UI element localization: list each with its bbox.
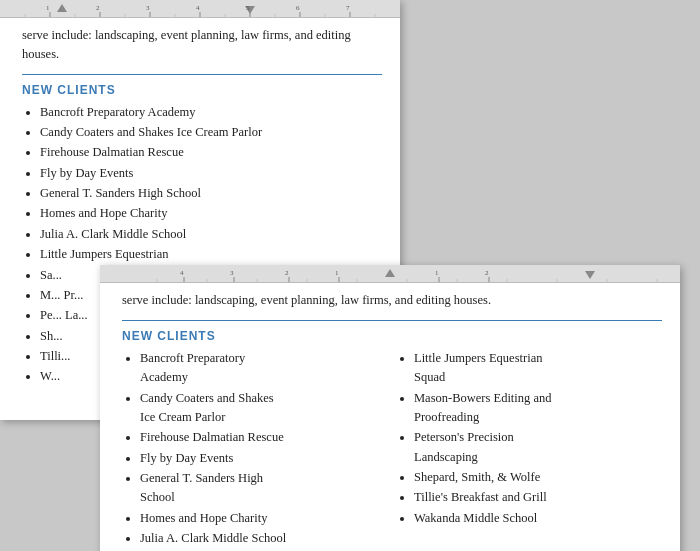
- front-content: serve include: landscaping, event planni…: [100, 283, 680, 551]
- intro-text: serve include: landscaping, event planni…: [22, 26, 382, 64]
- svg-text:4: 4: [180, 269, 184, 277]
- svg-text:3: 3: [146, 4, 150, 12]
- list-item: Julia A. Clark Middle School: [40, 225, 382, 244]
- list-item: General T. Sanders High School: [40, 184, 382, 203]
- front-section-title: NEW CLIENTS: [122, 329, 662, 343]
- list-item: Fly by Day Events: [40, 164, 382, 183]
- svg-text:4: 4: [196, 4, 200, 12]
- two-column-layout: Bancroft PreparatoryAcademy Candy Coater…: [122, 349, 662, 550]
- list-item: Firehouse Dalmatian Rescue: [40, 143, 382, 162]
- front-section-divider: [122, 320, 662, 321]
- list-item: Bancroft PreparatoryAcademy: [140, 349, 380, 388]
- svg-text:5: 5: [246, 4, 250, 12]
- svg-text:1: 1: [435, 269, 439, 277]
- front-intro-text: serve include: landscaping, event planni…: [122, 291, 662, 310]
- list-item: Firehouse Dalmatian Rescue: [140, 428, 380, 447]
- list-item: Little Jumpers Equestrian: [40, 245, 382, 264]
- svg-text:1: 1: [335, 269, 339, 277]
- svg-text:2: 2: [485, 269, 489, 277]
- svg-text:6: 6: [296, 4, 300, 12]
- clients-list-col1: Bancroft PreparatoryAcademy Candy Coater…: [122, 349, 380, 549]
- list-item: Candy Coaters and Shakes Ice Cream Parlo…: [40, 123, 382, 142]
- svg-text:1: 1: [46, 4, 50, 12]
- list-item: Candy Coaters and ShakesIce Cream Parlor: [140, 389, 380, 428]
- list-item: Wakanda Middle School: [414, 509, 654, 528]
- ruler-front: 4 3 2 1 1 2: [100, 265, 680, 283]
- clients-list-col2: Little Jumpers EquestrianSquad Mason-Bow…: [396, 349, 654, 528]
- section-title: NEW CLIENTS: [22, 83, 382, 97]
- list-item: Peterson's PrecisionLandscaping: [414, 428, 654, 467]
- section-divider: [22, 74, 382, 75]
- svg-marker-0: [57, 4, 67, 12]
- list-item: Bancroft Preparatory Academy: [40, 103, 382, 122]
- clients-col1: Bancroft PreparatoryAcademy Candy Coater…: [122, 349, 388, 550]
- list-item: Homes and Hope Charity: [140, 509, 380, 528]
- list-item: Mason-Bowers Editing andProofreading: [414, 389, 654, 428]
- svg-text:7: 7: [346, 4, 350, 12]
- front-page: 4 3 2 1 1 2 ser: [100, 265, 680, 551]
- list-item: General T. Sanders HighSchool: [140, 469, 380, 508]
- list-item: Little Jumpers EquestrianSquad: [414, 349, 654, 388]
- svg-text:2: 2: [96, 4, 100, 12]
- svg-marker-25: [585, 271, 595, 279]
- svg-marker-24: [385, 269, 395, 277]
- list-item: Julia A. Clark Middle School: [140, 529, 380, 548]
- svg-text:2: 2: [285, 269, 289, 277]
- clients-col2: Little Jumpers EquestrianSquad Mason-Bow…: [388, 349, 662, 550]
- list-item: Tillie's Breakfast and Grill: [414, 488, 654, 507]
- ruler-back: 1 2 3 4 5 6 7: [0, 0, 400, 18]
- list-item: Shepard, Smith, & Wolfe: [414, 468, 654, 487]
- svg-text:3: 3: [230, 269, 234, 277]
- list-item: Homes and Hope Charity: [40, 204, 382, 223]
- list-item: Fly by Day Events: [140, 449, 380, 468]
